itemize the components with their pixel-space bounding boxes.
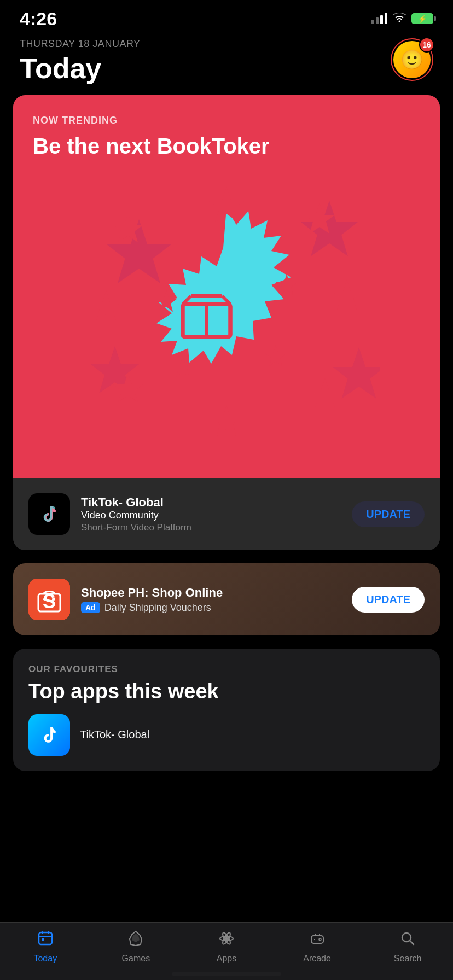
svg-point-35: [225, 937, 228, 940]
fav-tiktok-icon: [28, 714, 70, 756]
games-tab-label: Games: [122, 954, 150, 964]
page-header: THURSDAY 18 JANUARY Today 🙂 16: [0, 33, 453, 95]
svg-marker-2: [333, 347, 380, 399]
svg-marker-11: [211, 405, 242, 436]
section-label: OUR FAVOURITES: [28, 664, 425, 675]
apps-tab-icon: [218, 930, 235, 950]
tab-apps[interactable]: Apps: [194, 930, 259, 964]
section-title: Top apps this week: [28, 680, 425, 703]
shopee-ad-details: Shopee PH: Shop Online Ad Daily Shipping…: [81, 586, 341, 614]
arcade-tab-icon: [309, 930, 326, 950]
tiktok-app-subtitle: Video Community: [81, 510, 341, 521]
wifi-icon: [393, 11, 406, 26]
svg-marker-1: [301, 201, 358, 256]
status-icons: ⚡: [371, 11, 433, 26]
svg-point-39: [319, 938, 321, 941]
search-tab-icon: [399, 930, 416, 950]
featured-banner: NOW TRENDING Be the next BookToker: [13, 95, 440, 478]
favourites-section[interactable]: OUR FAVOURITES Top apps this week TikTok…: [13, 649, 440, 771]
apps-tab-label: Apps: [217, 954, 236, 964]
battery-icon: ⚡: [411, 13, 433, 24]
tab-games[interactable]: Games: [103, 930, 169, 964]
shopee-app-name: Shopee PH: Shop Online: [81, 586, 341, 600]
trending-label: NOW TRENDING: [33, 115, 420, 126]
shopee-ad-card[interactable]: S Shopee PH: Shop Online Ad Daily Shippi…: [13, 563, 440, 635]
svg-rect-27: [39, 932, 52, 944]
featured-title: Be the next BookToker: [33, 133, 420, 159]
today-tab-icon: [37, 930, 54, 950]
tiktok-app-details: TikTok- Global Video Community Short-For…: [81, 495, 341, 533]
shopee-update-button[interactable]: UPDATE: [352, 587, 425, 612]
notification-badge: 16: [419, 37, 434, 52]
svg-marker-7: [91, 290, 121, 321]
games-tab-icon: [127, 930, 144, 950]
tab-search[interactable]: Search: [375, 930, 440, 964]
arcade-tab-label: Arcade: [303, 954, 331, 964]
tiktok-app-icon: [28, 493, 70, 535]
ad-badge: Ad: [81, 602, 100, 613]
tiktok-app-tagline: Short-Form Video Platform: [81, 522, 341, 533]
ad-tagline: Daily Shipping Vouchers: [104, 602, 211, 614]
tab-arcade[interactable]: Arcade: [284, 930, 350, 964]
user-avatar[interactable]: 🙂 16: [391, 38, 433, 81]
header-left: THURSDAY 18 JANUARY Today: [20, 38, 141, 84]
fav-app-name: TikTok- Global: [80, 728, 149, 741]
ad-info-row: Ad Daily Shipping Vouchers: [81, 602, 341, 614]
svg-marker-15: [265, 345, 287, 366]
tiktok-app-name: TikTok- Global: [81, 495, 341, 510]
tab-bar: Today Games Apps: [0, 922, 453, 980]
signal-bars-icon: [371, 13, 387, 24]
svg-point-26: [52, 598, 55, 601]
svg-marker-10: [310, 378, 340, 407]
page-title: Today: [20, 53, 141, 84]
shopee-app-icon: S: [28, 579, 70, 620]
featured-card-tiktok[interactable]: NOW TRENDING Be the next BookToker: [13, 95, 440, 550]
svg-line-43: [410, 941, 414, 944]
date-label: THURSDAY 18 JANUARY: [20, 38, 141, 50]
status-bar: 4:26 ⚡: [0, 0, 453, 33]
today-tab-label: Today: [33, 954, 57, 964]
starburst-illustration: [33, 170, 420, 438]
svg-rect-21: [36, 501, 62, 527]
fav-app-row: TikTok- Global: [28, 714, 425, 756]
svg-marker-0: [106, 219, 172, 283]
svg-rect-29: [48, 931, 49, 934]
tiktok-app-row[interactable]: TikTok- Global Video Community Short-For…: [13, 478, 440, 550]
status-time: 4:26: [20, 8, 57, 30]
svg-point-25: [43, 598, 47, 601]
tiktok-update-button[interactable]: UPDATE: [352, 501, 425, 527]
search-tab-label: Search: [394, 954, 422, 964]
tab-today[interactable]: Today: [13, 930, 78, 964]
main-content: NOW TRENDING Be the next BookToker: [0, 95, 453, 861]
svg-rect-31: [42, 938, 44, 941]
svg-marker-8: [332, 279, 362, 310]
svg-rect-28: [42, 931, 43, 934]
